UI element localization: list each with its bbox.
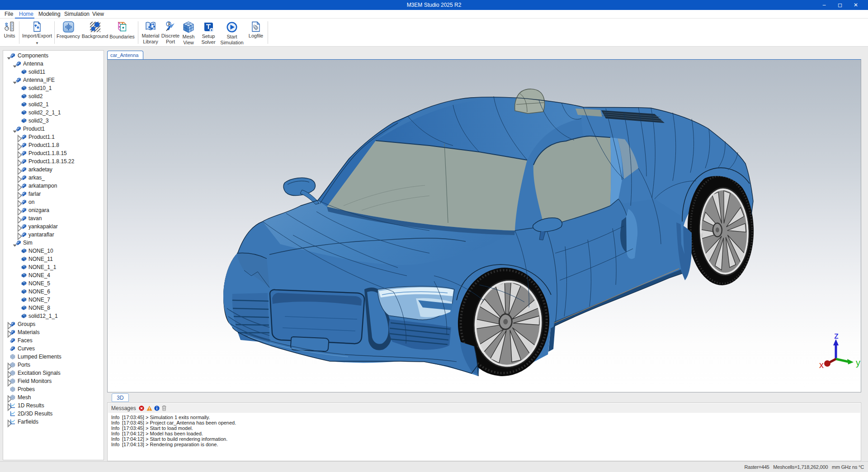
svg-text:z: z xyxy=(834,330,839,340)
svg-text:y: y xyxy=(856,358,860,368)
svg-text:x: x xyxy=(819,360,824,370)
